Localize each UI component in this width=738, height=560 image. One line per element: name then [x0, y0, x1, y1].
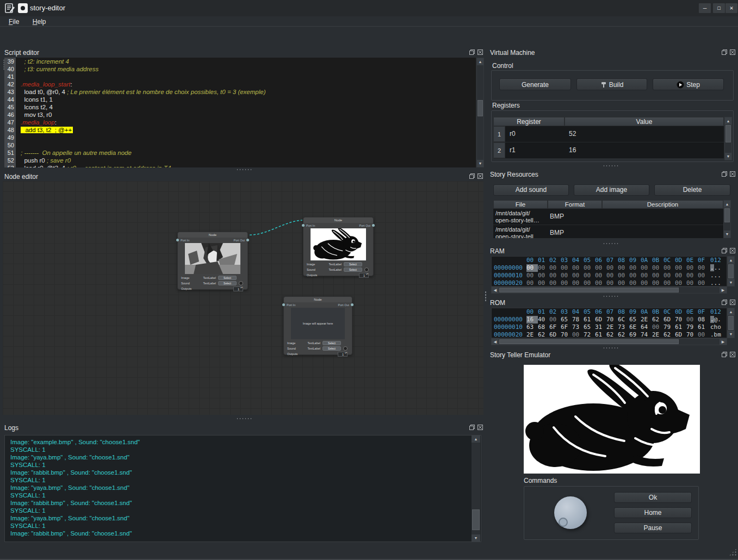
select-sound-button[interactable]: Select — [323, 346, 341, 351]
close-dock-icon[interactable] — [729, 299, 736, 306]
byte-cell[interactable]: 00 — [561, 272, 572, 279]
resources-header-description[interactable]: Description — [602, 200, 723, 209]
generate-button[interactable]: Generate — [499, 78, 571, 90]
scrollbar-thumb[interactable] — [472, 509, 480, 530]
register-value-cell[interactable]: 52 — [565, 126, 724, 142]
menu-file[interactable]: File — [7, 17, 21, 27]
byte-cell[interactable]: 6C — [618, 316, 629, 323]
byte-cell[interactable]: 6D — [675, 331, 686, 338]
register-name-cell[interactable]: r1 — [505, 142, 565, 158]
scroll-down-arrow[interactable]: ▼ — [477, 160, 483, 167]
media-node-manga[interactable]: Node Port In Port Out — [177, 232, 248, 290]
byte-cell[interactable]: 69 — [629, 331, 641, 338]
scroll-down-arrow[interactable]: ▼ — [728, 331, 734, 338]
float-dock-icon[interactable] — [721, 171, 728, 177]
resources-header-file[interactable]: File — [493, 200, 548, 209]
scrollbar-thumb[interactable] — [499, 339, 679, 344]
byte-cell[interactable]: 00 — [698, 279, 709, 287]
byte-cell[interactable]: 00 — [595, 279, 606, 287]
byte-cell[interactable]: 00 — [629, 272, 641, 279]
float-dock-icon[interactable] — [721, 49, 728, 55]
resource-row[interactable]: /mnt/data/git/ open-story-tellBMP — [493, 225, 723, 238]
scroll-up-arrow[interactable]: ▲ — [725, 117, 731, 125]
horizontal-splitter-handle[interactable] — [603, 242, 619, 245]
port-in-dot[interactable] — [282, 303, 285, 306]
file-cell[interactable]: /mnt/data/git/ open-story-tell — [493, 225, 548, 238]
byte-cell[interactable]: 2E — [641, 316, 652, 323]
byte-cell[interactable]: 08 — [698, 316, 709, 323]
byte-cell[interactable]: 70 — [686, 331, 698, 338]
byte-cell[interactable]: 00 — [663, 264, 675, 272]
scroll-left-arrow[interactable]: ◀ — [492, 287, 499, 293]
horizontal-splitter-handle[interactable] — [236, 169, 252, 171]
byte-cell[interactable]: 64 — [641, 323, 652, 331]
scrollbar-thumb[interactable] — [724, 208, 730, 222]
port-in-dot[interactable] — [176, 239, 179, 241]
float-dock-icon[interactable] — [469, 424, 475, 431]
byte-cell[interactable]: 61 — [675, 323, 686, 331]
close-dock-icon[interactable] — [477, 173, 483, 179]
close-dock-icon[interactable] — [729, 247, 736, 254]
media-node-rabbit[interactable]: Node Port In Port Out Image TextLabel Se… — [303, 217, 374, 276]
media-node-empty[interactable]: Node Port In Port Out Image will appear … — [283, 296, 352, 355]
scroll-down-arrow[interactable]: ▼ — [725, 153, 731, 160]
byte-cell[interactable]: 00 — [652, 279, 663, 287]
scroll-up-arrow[interactable]: ▲ — [724, 201, 730, 208]
byte-cell[interactable]: 00 — [572, 264, 584, 272]
logs-scrollbar[interactable]: ▲ ▼ — [472, 435, 480, 542]
scrollbar-thumb[interactable] — [477, 100, 483, 116]
byte-cell[interactable]: 6F — [561, 323, 572, 331]
byte-cell[interactable]: 00 — [641, 264, 652, 272]
add-image-button[interactable]: Add image — [574, 184, 649, 196]
byte-cell[interactable]: 00 — [618, 279, 629, 287]
byte-cell[interactable]: 00 — [675, 279, 686, 287]
rom-vertical-scrollbar[interactable]: ▲ ▼ — [727, 308, 735, 338]
byte-cell[interactable]: 2E — [606, 323, 618, 331]
delete-button[interactable]: Delete — [654, 184, 730, 196]
build-button[interactable]: Build — [576, 78, 647, 90]
byte-cell[interactable]: 00 — [652, 264, 663, 272]
port-in-dot[interactable] — [302, 224, 305, 227]
byte-cell[interactable]: 73 — [618, 323, 629, 331]
close-dock-icon[interactable] — [729, 171, 736, 177]
byte-cell[interactable]: 62 — [606, 331, 618, 338]
byte-cell[interactable]: 00 — [606, 264, 618, 272]
byte-cell[interactable]: 72 — [584, 331, 595, 338]
registers-scrollbar[interactable]: ▲ ▼ — [724, 117, 732, 160]
port-out-dot[interactable] — [351, 303, 354, 306]
byte-cell[interactable]: 00 — [572, 279, 584, 287]
port-out-dot[interactable] — [246, 239, 249, 241]
format-cell[interactable]: BMP — [548, 225, 602, 238]
byte-cell[interactable]: 68 — [538, 323, 549, 331]
registers-header-value[interactable]: Value — [565, 117, 724, 126]
resources-header-format[interactable]: Format — [548, 200, 602, 209]
byte-cell[interactable]: 00 — [663, 279, 675, 287]
byte-cell[interactable]: 00 — [652, 272, 663, 279]
ok-button[interactable]: Ok — [614, 492, 692, 503]
byte-cell[interactable]: 00 — [595, 264, 606, 272]
byte-cell[interactable]: 00 — [584, 279, 595, 287]
scroll-down-arrow[interactable]: ▼ — [472, 534, 480, 542]
byte-cell[interactable]: 73 — [572, 323, 584, 331]
byte-cell[interactable]: 00 — [549, 316, 561, 323]
byte-cell[interactable]: 00 — [686, 316, 698, 323]
ram-vertical-scrollbar[interactable]: ▲ ▼ — [727, 256, 735, 287]
byte-cell[interactable]: 16 — [526, 316, 538, 323]
play-sound-button[interactable] — [343, 346, 348, 351]
horizontal-splitter-handle[interactable] — [603, 295, 619, 297]
byte-cell[interactable]: 00 — [698, 331, 709, 338]
rom-horizontal-scrollbar[interactable]: ◀ ▶ — [491, 338, 727, 345]
float-dock-icon[interactable] — [721, 299, 728, 306]
byte-cell[interactable]: 00 — [584, 264, 595, 272]
scroll-up-arrow[interactable]: ▲ — [728, 308, 734, 315]
byte-cell[interactable]: 00 — [526, 279, 538, 287]
byte-cell[interactable]: 70 — [675, 316, 686, 323]
byte-cell[interactable]: 00 — [538, 264, 549, 272]
log-output[interactable]: Image: "example.bmp" , Sound: "choose1.s… — [4, 435, 481, 542]
byte-cell[interactable]: 00 — [686, 272, 698, 279]
byte-cell[interactable]: 00 — [606, 272, 618, 279]
byte-cell[interactable]: 6D — [663, 316, 675, 323]
scrollbar-thumb[interactable] — [728, 264, 734, 278]
byte-cell[interactable]: 31 — [595, 323, 606, 331]
float-dock-icon[interactable] — [721, 247, 728, 254]
